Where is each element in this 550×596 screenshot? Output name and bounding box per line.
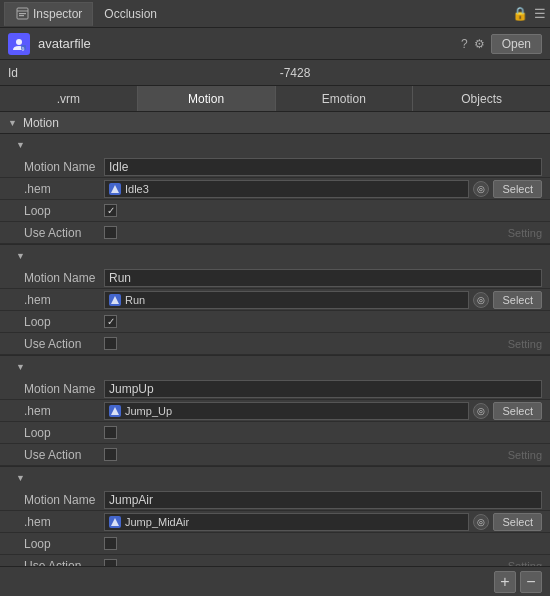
motion-name-value-3: [104, 491, 542, 509]
hem-text-1: Run: [125, 294, 464, 306]
hem-text-0: Idle3: [125, 183, 464, 195]
loop-checkbox-0[interactable]: ✓: [104, 204, 117, 217]
hem-select-btn-2[interactable]: Select: [493, 402, 542, 420]
bottom-bar: + −: [0, 566, 550, 596]
svg-marker-9: [111, 407, 119, 415]
loop-label-3: Loop: [24, 537, 104, 551]
motion-block-2: ▼ Motion Name .hem Jump_Up ◎ Select: [0, 356, 550, 467]
loop-checkbox-2[interactable]: [104, 426, 117, 439]
hem-row-1: .hem Run ◎ Select: [0, 289, 550, 311]
hem-select-btn-1[interactable]: Select: [493, 291, 542, 309]
id-value: -7428: [48, 66, 542, 80]
subtab-emotion-label: Emotion: [322, 92, 366, 106]
hem-value-0: Idle3: [104, 180, 469, 198]
subtab-objects-label: Objects: [461, 92, 502, 106]
hem-row-3: .hem Jump_MidAir ◎ Select: [0, 511, 550, 533]
tab-inspector-label: Inspector: [33, 7, 82, 21]
subtab-vrm[interactable]: .vrm: [0, 86, 138, 111]
hem-label-0: .hem: [24, 182, 104, 196]
section-label: Motion: [23, 116, 59, 130]
asset-header: {} avatarfile ? ⚙ Open: [0, 28, 550, 60]
header-icon-group: 🔒 ☰: [512, 6, 546, 21]
top-tab-bar: Inspector Occlusion 🔒 ☰: [0, 0, 550, 28]
hem-icon-2: [109, 405, 121, 417]
inspector-icon: [15, 7, 29, 21]
hem-select-btn-3[interactable]: Select: [493, 513, 542, 531]
header-actions: ? ⚙ Open: [461, 34, 542, 54]
motion-name-input-3[interactable]: [104, 491, 542, 509]
use-action-checkbox-2[interactable]: [104, 448, 117, 461]
asset-title: avatarfile: [38, 36, 461, 51]
svg-marker-7: [111, 185, 119, 193]
lock-icon: 🔒: [512, 6, 528, 21]
use-action-value-3: [104, 559, 508, 566]
add-motion-button[interactable]: +: [494, 571, 516, 593]
use-action-label-0: Use Action: [24, 226, 104, 240]
use-action-label-2: Use Action: [24, 448, 104, 462]
loop-checkbox-1[interactable]: ✓: [104, 315, 117, 328]
remove-motion-button[interactable]: −: [520, 571, 542, 593]
motion-block-header-3: ▼: [0, 467, 550, 489]
hem-circle-btn-2[interactable]: ◎: [473, 403, 489, 419]
motion-block-3: ▼ Motion Name .hem Jump_MidAir ◎ Select: [0, 467, 550, 566]
subtab-motion[interactable]: Motion: [138, 86, 276, 111]
motion-name-row-3: Motion Name: [0, 489, 550, 511]
motion-name-input-0[interactable]: [104, 158, 542, 176]
use-action-row-2: Use Action Setting: [0, 444, 550, 466]
motion-name-row-2: Motion Name: [0, 378, 550, 400]
loop-checkbox-3[interactable]: [104, 537, 117, 550]
tab-inspector[interactable]: Inspector: [4, 2, 93, 26]
loop-row-0: Loop ✓: [0, 200, 550, 222]
loop-label-2: Loop: [24, 426, 104, 440]
hem-circle-btn-1[interactable]: ◎: [473, 292, 489, 308]
gear-icon[interactable]: ⚙: [474, 37, 485, 51]
hem-circle-btn-0[interactable]: ◎: [473, 181, 489, 197]
loop-label-1: Loop: [24, 315, 104, 329]
use-action-value-0: [104, 226, 508, 239]
use-action-value-2: [104, 448, 508, 461]
setting-btn-2[interactable]: Setting: [508, 449, 542, 461]
avatar-icon: {}: [8, 33, 30, 55]
hem-icon-1: [109, 294, 121, 306]
question-icon[interactable]: ?: [461, 37, 468, 51]
use-action-row-3: Use Action Setting: [0, 555, 550, 566]
collapse-icon-0: ▼: [16, 140, 25, 150]
tab-occlusion[interactable]: Occlusion: [93, 2, 168, 26]
subtab-objects[interactable]: Objects: [413, 86, 550, 111]
motion-name-input-2[interactable]: [104, 380, 542, 398]
subtab-emotion[interactable]: Emotion: [276, 86, 414, 111]
motion-block-1: ▼ Motion Name .hem Run ◎ Select: [0, 245, 550, 356]
use-action-checkbox-3[interactable]: [104, 559, 117, 566]
svg-point-4: [16, 39, 22, 45]
setting-btn-0[interactable]: Setting: [508, 227, 542, 239]
svg-marker-10: [111, 518, 119, 526]
use-action-checkbox-0[interactable]: [104, 226, 117, 239]
hem-circle-btn-3[interactable]: ◎: [473, 514, 489, 530]
motion-name-value-0: [104, 158, 542, 176]
id-label: Id: [8, 66, 48, 80]
sub-tab-bar: .vrm Motion Emotion Objects: [0, 86, 550, 112]
motion-block-0: ▼ Motion Name .hem Idle3 ◎ Select: [0, 134, 550, 245]
use-action-label-3: Use Action: [24, 559, 104, 567]
collapse-icon-3: ▼: [16, 473, 25, 483]
hem-icon-0: [109, 183, 121, 195]
setting-btn-1[interactable]: Setting: [508, 338, 542, 350]
hem-value-2: Jump_Up: [104, 402, 469, 420]
motion-name-row-1: Motion Name: [0, 267, 550, 289]
hem-row-2: .hem Jump_Up ◎ Select: [0, 400, 550, 422]
use-action-row-1: Use Action Setting: [0, 333, 550, 355]
section-header-motion: ▼ Motion: [0, 112, 550, 134]
use-action-checkbox-1[interactable]: [104, 337, 117, 350]
tab-occlusion-label: Occlusion: [104, 7, 157, 21]
hem-value-1: Run: [104, 291, 469, 309]
motion-name-input-1[interactable]: [104, 269, 542, 287]
hem-row-0: .hem Idle3 ◎ Select: [0, 178, 550, 200]
use-action-label-1: Use Action: [24, 337, 104, 351]
open-button[interactable]: Open: [491, 34, 542, 54]
motion-name-value-2: [104, 380, 542, 398]
motion-name-label-2: Motion Name: [24, 382, 104, 396]
motion-block-header-1: ▼: [0, 245, 550, 267]
motion-name-label-1: Motion Name: [24, 271, 104, 285]
subtab-motion-label: Motion: [188, 92, 224, 106]
hem-select-btn-0[interactable]: Select: [493, 180, 542, 198]
